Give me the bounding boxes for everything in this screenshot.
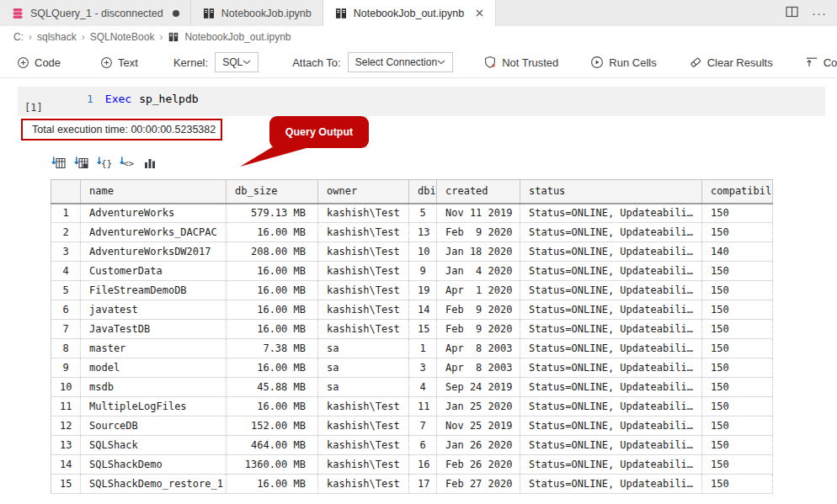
- table-cell[interactable]: 150: [702, 358, 773, 378]
- table-cell[interactable]: 16.00 MB: [227, 397, 318, 416]
- column-header-db_size[interactable]: db_size: [227, 180, 318, 204]
- table-cell[interactable]: kashish\Test: [318, 300, 409, 320]
- table-cell[interactable]: 150: [702, 320, 773, 339]
- save-json-icon[interactable]: {}: [97, 156, 112, 170]
- column-header-owner[interactable]: owner: [318, 180, 409, 204]
- table-cell[interactable]: JavaTestDB: [81, 320, 227, 339]
- kernel-select[interactable]: SQL: [215, 52, 259, 72]
- table-cell[interactable]: sa: [318, 358, 409, 378]
- table-cell[interactable]: Feb 26 2020: [437, 455, 520, 475]
- row-number-cell[interactable]: 5: [51, 281, 81, 300]
- row-number-cell[interactable]: 2: [51, 223, 81, 242]
- save-csv-icon[interactable]: [51, 156, 67, 170]
- table-cell[interactable]: 150: [702, 281, 773, 300]
- add-code-button[interactable]: Code: [17, 56, 61, 69]
- row-number-cell[interactable]: 12: [51, 416, 81, 436]
- row-number-cell[interactable]: 6: [51, 300, 81, 320]
- table-cell[interactable]: SourceDB: [81, 416, 227, 436]
- not-trusted-button[interactable]: Not Trusted: [483, 56, 558, 69]
- tab-notebookjob[interactable]: NotebookJob.ipynb: [191, 0, 323, 26]
- table-cell[interactable]: 16.00 MB: [227, 262, 318, 281]
- clear-results-button[interactable]: Clear Results: [689, 56, 773, 69]
- table-cell[interactable]: 150: [702, 397, 773, 416]
- row-number-cell[interactable]: 1: [51, 204, 81, 223]
- table-cell[interactable]: kashish\Test: [318, 475, 409, 494]
- table-cell[interactable]: SQLShackDemo_restore_1: [81, 475, 227, 494]
- save-xml-icon[interactable]: <>: [120, 156, 136, 170]
- table-cell[interactable]: Feb 9 2020: [437, 223, 520, 242]
- table-cell[interactable]: 19: [409, 281, 437, 300]
- row-number-cell[interactable]: 10: [51, 378, 81, 397]
- table-cell[interactable]: kashish\Test: [318, 262, 409, 281]
- table-cell[interactable]: 464.00 MB: [227, 436, 318, 455]
- table-cell[interactable]: kashish\Test: [318, 242, 409, 262]
- table-cell[interactable]: 9: [409, 262, 437, 281]
- save-excel-icon[interactable]: [74, 156, 89, 170]
- table-cell[interactable]: SQLShack: [81, 436, 227, 455]
- table-cell[interactable]: Feb 9 2020: [437, 300, 520, 320]
- table-cell[interactable]: 16.00 MB: [227, 320, 318, 339]
- table-cell[interactable]: kashish\Test: [318, 436, 409, 455]
- table-cell[interactable]: kashish\Test: [318, 223, 409, 242]
- table-cell[interactable]: Status=ONLINE, Updateabili…: [520, 242, 702, 262]
- table-cell[interactable]: 7.38 MB: [227, 339, 318, 358]
- breadcrumb-sqlshack[interactable]: sqlshack: [37, 31, 77, 43]
- row-number-cell[interactable]: 4: [51, 262, 81, 281]
- breadcrumb-drive[interactable]: C:: [13, 31, 24, 43]
- row-number-cell[interactable]: 3: [51, 242, 81, 262]
- row-number-cell[interactable]: 7: [51, 320, 81, 339]
- tab-sqlquery[interactable]: SQLQuery_1 - disconnected: [0, 0, 191, 26]
- row-number-cell[interactable]: 14: [51, 455, 81, 475]
- column-header-name[interactable]: name: [81, 180, 227, 204]
- column-header-rownum[interactable]: [51, 180, 81, 204]
- table-cell[interactable]: 150: [702, 436, 773, 455]
- table-cell[interactable]: Jan 25 2020: [437, 397, 520, 416]
- table-cell[interactable]: 579.13 MB: [227, 204, 318, 223]
- table-cell[interactable]: 150: [702, 339, 773, 358]
- table-cell[interactable]: Apr 8 2003: [437, 358, 520, 378]
- table-cell[interactable]: 10: [409, 242, 437, 262]
- code-editor-line[interactable]: 1Execsp_helpdb: [87, 93, 199, 105]
- table-cell[interactable]: Status=ONLINE, Updateabili…: [520, 475, 702, 494]
- table-cell[interactable]: Nov 25 2019: [437, 416, 520, 436]
- table-cell[interactable]: kashish\Test: [318, 281, 409, 300]
- table-cell[interactable]: 17: [409, 475, 437, 494]
- table-cell[interactable]: javatest: [81, 300, 227, 320]
- table-cell[interactable]: 16.00 MB: [227, 223, 318, 242]
- table-cell[interactable]: Jan 26 2020: [437, 436, 520, 455]
- table-cell[interactable]: kashish\Test: [318, 397, 409, 416]
- table-cell[interactable]: 16: [409, 455, 437, 475]
- table-cell[interactable]: AdventureWorks: [81, 204, 227, 223]
- table-cell[interactable]: 1: [409, 339, 437, 358]
- table-cell[interactable]: SQLShackDemo: [81, 455, 227, 475]
- table-cell[interactable]: 150: [702, 475, 773, 494]
- split-editor-icon[interactable]: [786, 6, 798, 21]
- table-cell[interactable]: Status=ONLINE, Updateabili…: [520, 262, 702, 281]
- table-cell[interactable]: Apr 8 2003: [437, 339, 520, 358]
- table-cell[interactable]: MultipleLogFiles: [81, 397, 227, 416]
- table-cell[interactable]: Jan 18 2020: [437, 242, 520, 262]
- row-number-cell[interactable]: 8: [51, 339, 81, 358]
- table-cell[interactable]: Status=ONLINE, Updateabili…: [520, 358, 702, 378]
- chart-icon[interactable]: [143, 156, 157, 170]
- table-cell[interactable]: 6: [409, 436, 437, 455]
- table-cell[interactable]: Status=ONLINE, Updateabili…: [520, 320, 702, 339]
- table-cell[interactable]: 150: [702, 262, 773, 281]
- table-cell[interactable]: 16.00 MB: [227, 475, 318, 494]
- table-cell[interactable]: 3: [409, 358, 437, 378]
- table-cell[interactable]: sa: [318, 339, 409, 358]
- table-cell[interactable]: 208.00 MB: [227, 242, 318, 262]
- table-cell[interactable]: kashish\Test: [318, 320, 409, 339]
- table-cell[interactable]: 4: [409, 378, 437, 397]
- run-cells-button[interactable]: Run Cells: [590, 56, 656, 69]
- column-header-compatibilit[interactable]: compatibilit: [702, 180, 773, 204]
- row-number-cell[interactable]: 9: [51, 358, 81, 378]
- attach-to-select[interactable]: Select Connection: [348, 52, 453, 72]
- table-cell[interactable]: Status=ONLINE, Updateabili…: [520, 378, 702, 397]
- table-cell[interactable]: Jan 4 2020: [437, 262, 520, 281]
- table-cell[interactable]: AdventureWorksDW2017: [81, 242, 227, 262]
- table-cell[interactable]: Status=ONLINE, Updateabili…: [520, 204, 702, 223]
- table-cell[interactable]: Status=ONLINE, Updateabili…: [520, 300, 702, 320]
- table-cell[interactable]: kashish\Test: [318, 416, 409, 436]
- breadcrumb-file[interactable]: NotebookJob_out.ipynb: [184, 31, 291, 43]
